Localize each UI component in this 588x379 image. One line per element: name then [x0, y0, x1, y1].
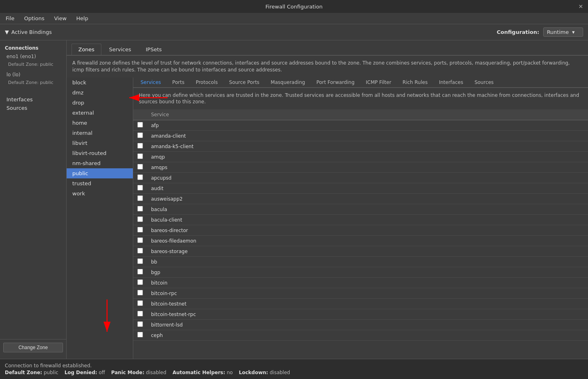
- log-denied-label: Log Denied:: [65, 370, 97, 375]
- zone-description: A firewalld zone defines the level of tr…: [67, 56, 588, 77]
- content-area: Connections eno1 (eno1) Default Zone: pu…: [0, 40, 588, 359]
- change-zone-button[interactable]: Change Zone: [3, 343, 63, 352]
- app-body: ▼ Active Bindings Configuration: Runtime…: [0, 24, 588, 379]
- titlebar: Firewall Configuration ✕: [0, 0, 588, 13]
- service-checkbox-amanda-k5-client[interactable]: [137, 143, 143, 149]
- connection-eno1[interactable]: eno1 (eno1) Default Zone: public: [0, 52, 66, 68]
- menu-help[interactable]: Help: [74, 15, 91, 22]
- tab-zones[interactable]: Zones: [71, 44, 101, 55]
- service-checkbox-bitcoin-testnet-rpc[interactable]: [137, 311, 143, 316]
- sub-tab-source-ports[interactable]: Source Ports: [223, 77, 265, 88]
- active-bindings-toggle[interactable]: ▼ Active Bindings: [5, 29, 52, 35]
- panic-mode-value: disabled: [146, 370, 166, 375]
- zone-item-home[interactable]: home: [67, 118, 133, 128]
- service-checkbox-bgp[interactable]: [137, 269, 143, 274]
- config-value: Runtime: [547, 29, 569, 35]
- table-row: audit: [133, 183, 588, 194]
- zone-item-public[interactable]: public: [67, 168, 133, 178]
- table-row: bareos-storage: [133, 246, 588, 257]
- service-checkbox-bareos-filedaemon[interactable]: [137, 237, 143, 243]
- zone-item-work[interactable]: work: [67, 188, 133, 199]
- sub-tab-rich-rules[interactable]: Rich Rules: [397, 77, 433, 88]
- service-name: bareos-director: [147, 225, 588, 236]
- sub-tab-ports[interactable]: Ports: [167, 77, 190, 88]
- table-row: bacula-client: [133, 215, 588, 225]
- zone-item-block[interactable]: block: [67, 77, 133, 88]
- service-checkbox-afp[interactable]: [137, 122, 143, 128]
- service-name: ausweisapp2: [147, 194, 588, 204]
- table-row: amanda-k5-client: [133, 141, 588, 152]
- tab-ipsets[interactable]: IPSets: [139, 44, 169, 55]
- service-table: Service afp amanda-client amanda-k5-clie…: [133, 109, 588, 341]
- service-checkbox-audit[interactable]: [137, 185, 143, 191]
- zone-item-external[interactable]: external: [67, 108, 133, 118]
- service-checkbox-bitcoin-testnet[interactable]: [137, 300, 143, 306]
- service-tbody: afp amanda-client amanda-k5-client amqp …: [133, 120, 588, 341]
- service-checkbox-bacula-client[interactable]: [137, 216, 143, 222]
- service-name: amqps: [147, 162, 588, 173]
- service-name: ceph: [147, 330, 588, 341]
- service-name: bacula: [147, 204, 588, 215]
- service-checkbox-bareos-director[interactable]: [137, 227, 143, 232]
- zone-item-internal[interactable]: internal: [67, 128, 133, 138]
- table-row: bitcoin-testnet: [133, 299, 588, 309]
- sub-tab-icmp-filter[interactable]: ICMP Filter: [360, 77, 397, 88]
- service-name: audit: [147, 183, 588, 194]
- sidebar-bottom: Change Zone: [0, 339, 66, 356]
- connection-lo[interactable]: lo (lo) Default Zone: public: [0, 71, 66, 86]
- service-checkbox-apcupsd[interactable]: [137, 174, 143, 180]
- service-col-header: Service: [147, 109, 588, 120]
- service-checkbox-bareos-storage[interactable]: [137, 248, 143, 253]
- log-denied-value: off: [99, 370, 105, 375]
- sub-tab-interfaces[interactable]: Interfaces: [433, 77, 469, 88]
- table-row: bitcoin: [133, 278, 588, 288]
- menu-file[interactable]: File: [3, 15, 17, 22]
- top-tabs: Zones Services IPSets: [67, 40, 588, 56]
- close-button[interactable]: ✕: [578, 3, 583, 10]
- service-name: amqp: [147, 152, 588, 162]
- sub-tab-masquerading[interactable]: Masquerading: [265, 77, 311, 88]
- sidebar-item-sources[interactable]: Sources: [0, 104, 66, 112]
- service-checkbox-bittorrent-lsd[interactable]: [137, 321, 143, 327]
- menu-view[interactable]: View: [52, 15, 69, 22]
- service-checkbox-ceph[interactable]: [137, 332, 143, 337]
- auto-helpers-value: no: [227, 370, 233, 375]
- service-checkbox-amqp[interactable]: [137, 153, 143, 159]
- sub-tab-protocols[interactable]: Protocols: [190, 77, 224, 88]
- table-row: amqp: [133, 152, 588, 162]
- service-checkbox-amanda-client[interactable]: [137, 132, 143, 138]
- service-checkbox-bitcoin[interactable]: [137, 279, 143, 285]
- service-checkbox-bb[interactable]: [137, 258, 143, 264]
- service-checkbox-amqps[interactable]: [137, 164, 143, 170]
- zone-item-trusted[interactable]: trusted: [67, 178, 133, 188]
- services-description: Here you can define which services are t…: [133, 88, 588, 110]
- sub-tab-port-forwarding[interactable]: Port Forwarding: [311, 77, 360, 88]
- connections-header: Connections: [0, 44, 66, 52]
- sub-tab-services[interactable]: Services: [135, 77, 167, 88]
- menu-options[interactable]: Options: [22, 15, 47, 22]
- zone-item-dmz[interactable]: dmz: [67, 88, 133, 98]
- table-row: ceph: [133, 330, 588, 341]
- active-bindings-label: Active Bindings: [11, 29, 52, 35]
- config-dropdown[interactable]: Runtime ▾: [543, 27, 583, 37]
- statusbar: Connection to firewalld established. Def…: [0, 359, 588, 379]
- zone-item-nm-shared[interactable]: nm-shared: [67, 158, 133, 168]
- service-checkbox-ausweisapp2[interactable]: [137, 195, 143, 201]
- zone-item-libvirt-routed[interactable]: libvirt-routed: [67, 148, 133, 158]
- sidebar-item-interfaces[interactable]: Interfaces: [0, 95, 66, 104]
- window-title: Firewall Configuration: [265, 4, 322, 10]
- service-checkbox-bacula[interactable]: [137, 206, 143, 211]
- table-row: amanda-client: [133, 131, 588, 141]
- zone-item-libvirt[interactable]: libvirt: [67, 138, 133, 148]
- tab-services-top[interactable]: Services: [102, 44, 138, 55]
- zone-item-drop[interactable]: drop: [67, 98, 133, 108]
- connection-eno1-zone: Default Zone: public: [0, 61, 66, 68]
- service-name: bitcoin-rpc: [147, 288, 588, 299]
- service-checkbox-bitcoin-rpc[interactable]: [137, 290, 143, 295]
- status-details: Default Zone: public Log Denied: off Pan…: [5, 370, 583, 375]
- table-row: bareos-director: [133, 225, 588, 236]
- table-row: amqps: [133, 162, 588, 173]
- sub-tab-sources[interactable]: Sources: [469, 77, 499, 88]
- right-panel: ServicesPortsProtocolsSource PortsMasque…: [133, 77, 588, 359]
- table-row: bb: [133, 257, 588, 267]
